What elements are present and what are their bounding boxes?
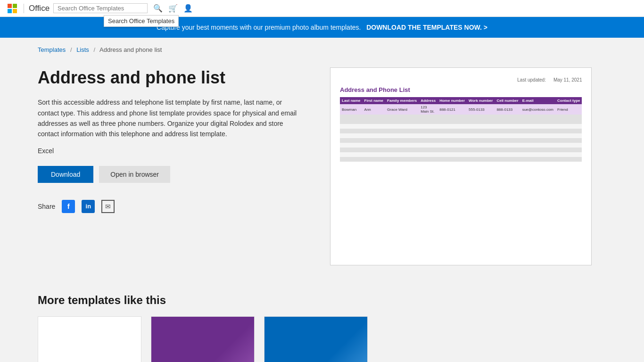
more-cards-row	[38, 316, 606, 362]
col-home-number: Home number	[438, 97, 467, 104]
more-card-1[interactable]	[38, 316, 141, 362]
col-work-number: Work number	[467, 97, 495, 104]
preview-data-row: Bowman Ann Grace Ward 123 Main St. 888-0…	[340, 104, 582, 115]
cell-home-number: 888-0121	[438, 104, 467, 115]
microsoft-logo	[8, 4, 17, 13]
col-address: Address	[419, 97, 438, 104]
cell-contact-type: Friend	[555, 104, 582, 115]
preview-empty-row-10	[340, 157, 582, 162]
search-icon[interactable]: 🔍	[153, 4, 163, 13]
preview-meta: Last updated: May 11, 2021	[340, 77, 582, 82]
office-label: Office	[24, 4, 50, 13]
col-contact-type: Contact type	[555, 97, 582, 104]
download-button[interactable]: Download	[38, 166, 93, 183]
cell-family-members: Grace Ward	[385, 104, 419, 115]
col-last-name: Last name	[340, 97, 363, 104]
preview-table: Last name First name Family members Addr…	[340, 97, 582, 162]
last-updated-date: May 11, 2021	[553, 77, 582, 82]
left-panel: Address and phone list Sort this accessi…	[38, 67, 302, 213]
cell-work-number: 555-0133	[467, 104, 495, 115]
breadcrumb-sep-2: /	[93, 46, 95, 53]
main-content: Address and phone list Sort this accessi…	[0, 58, 644, 284]
col-cell-number: Cell number	[495, 97, 520, 104]
more-card-3[interactable]	[264, 316, 368, 362]
open-in-browser-button[interactable]: Open in browser	[99, 166, 170, 183]
email-share-icon[interactable]: ✉	[101, 200, 115, 213]
cell-cell-number: 888-0133	[495, 104, 520, 115]
cell-email: sue@contoso.com	[520, 104, 555, 115]
facebook-share-icon[interactable]: f	[62, 200, 75, 213]
banner-cta[interactable]: DOWNLOAD THE TEMPLATES NOW. >	[366, 24, 487, 31]
preview-empty-row-9	[340, 152, 582, 157]
col-first-name: First name	[363, 97, 385, 104]
banner-text: Capture your best moments with our premi…	[157, 24, 361, 31]
user-icon[interactable]: 👤	[183, 4, 193, 13]
share-row: Share f in ✉	[38, 200, 302, 213]
header: Office Search Office Templates 🔍 🛒 👤	[0, 0, 644, 17]
preview-inner: Last updated: May 11, 2021 Address and P…	[340, 77, 582, 162]
preview-empty-row-1	[340, 115, 582, 119]
preview-empty-row-2	[340, 119, 582, 124]
col-email: E-mail	[520, 97, 555, 104]
logo-area: Office	[8, 4, 50, 13]
preview-empty-row-3	[340, 124, 582, 129]
header-icons: 🔍 🛒 👤	[153, 4, 193, 13]
preview-empty-row-7	[340, 143, 582, 148]
cell-first-name: Ann	[363, 104, 385, 115]
last-updated-label: Last updated:	[517, 77, 546, 82]
more-card-2[interactable]	[151, 316, 255, 362]
share-label: Share	[38, 203, 55, 210]
cart-icon[interactable]: 🛒	[168, 4, 178, 13]
more-templates-title: More templates like this	[38, 294, 606, 307]
breadcrumb-current: Address and phone list	[99, 46, 162, 53]
preview-empty-row-4	[340, 129, 582, 133]
breadcrumb: Templates / Lists / Address and phone li…	[0, 38, 644, 58]
breadcrumb-lists[interactable]: Lists	[76, 46, 89, 53]
col-family-members: Family members	[385, 97, 419, 104]
preview-empty-row-6	[340, 138, 582, 143]
template-type: Excel	[38, 147, 302, 155]
cell-last-name: Bowman	[340, 104, 363, 115]
breadcrumb-sep-1: /	[70, 46, 72, 53]
breadcrumb-templates[interactable]: Templates	[38, 46, 66, 53]
search-input[interactable]	[53, 3, 148, 13]
cell-address: 123 Main St.	[419, 104, 438, 115]
more-templates-section: More templates like this	[0, 284, 644, 362]
page-title: Address and phone list	[38, 67, 302, 88]
preview-empty-row-5	[340, 133, 582, 138]
template-description: Sort this accessible address and telepho…	[38, 97, 302, 140]
template-preview: Last updated: May 11, 2021 Address and P…	[330, 67, 592, 265]
preview-sheet-title: Address and Phone List	[340, 86, 582, 93]
button-row: Download Open in browser	[38, 166, 302, 183]
preview-table-header: Last name First name Family members Addr…	[340, 97, 582, 104]
promo-banner: Capture your best moments with our premi…	[0, 17, 644, 38]
search-tooltip: Search Office Templates	[104, 15, 179, 27]
preview-empty-row-8	[340, 148, 582, 152]
linkedin-share-icon[interactable]: in	[82, 200, 95, 213]
